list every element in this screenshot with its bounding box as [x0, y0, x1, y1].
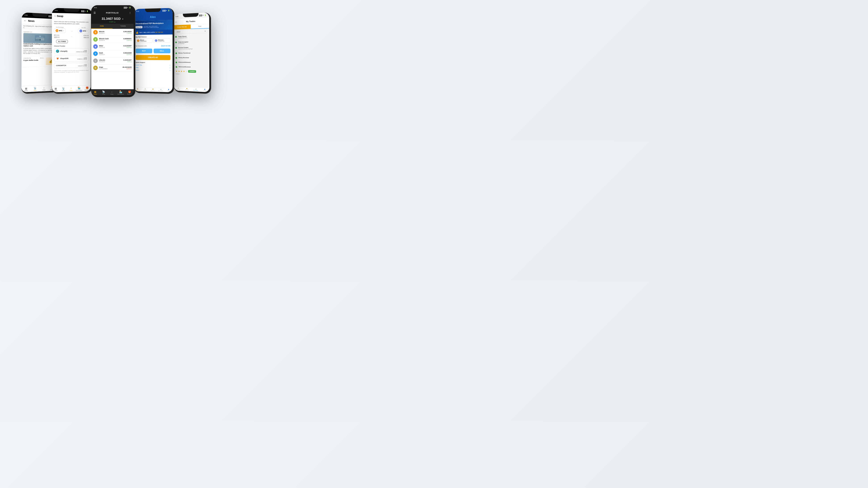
step-dot-4	[175, 53, 177, 54]
p2-nav-rewards[interactable]: 🎁 Rewards	[84, 87, 90, 91]
swap-back-btn[interactable]: ←	[54, 14, 57, 18]
p2-nav-news[interactable]: 📡 News	[61, 87, 66, 92]
phone2-wrapper: 9:41 ▐▐▐ ✦ 🔋 ← Swap Select coins you wis…	[52, 8, 93, 94]
news-back-btn[interactable]: ←	[24, 19, 27, 22]
nav-news-active[interactable]: 📡 News	[32, 87, 38, 91]
p2p-video[interactable]: Video >	[136, 69, 170, 72]
dash-icon: D	[93, 52, 98, 56]
coin-row-dash[interactable]: D Dash S$ 182.37 0.00416368 3.17% ▲	[91, 50, 134, 57]
p2p-balance-section: My PINT Balance B Bitcoin 0.00033959 E	[134, 35, 173, 44]
all-funds-button[interactable]: ALL FUNDS	[56, 40, 68, 43]
wallet-icon: ▦	[25, 87, 28, 90]
nav-swap[interactable]: ↕ Swap	[41, 86, 47, 91]
portfolio-menu-icon[interactable]: ☰	[94, 11, 96, 14]
p2-nav-marketplace[interactable]: 🏪 Marketplace	[76, 87, 83, 91]
litecoin-name: Litecoin	[99, 59, 123, 61]
phone2-notch	[64, 8, 80, 12]
p2-wallet-icon: ▦	[54, 87, 57, 90]
provider-coinswitch[interactable]: COINSWITCH Limits 0.00127 to 0.891	[54, 63, 89, 68]
provider-shapeshift[interactable]: 🦊 ShapeShift Limits 0.0002 to 1.98218	[54, 56, 89, 62]
litecoin-amount: 0.15151307	[123, 59, 132, 61]
bitcoin-name: Bitcoin	[99, 31, 123, 32]
p3-swap-icon: ↕	[110, 90, 113, 93]
phones-scene: 9:41 ▐▐▐ ✦ 🔋 ← News by a whopping 100...…	[12, 4, 238, 136]
phone3-notch	[105, 5, 120, 9]
coin-row-bcash[interactable]: ₿ Bitcoin Cash S$ 399.58 0.00089361 2.02…	[91, 36, 134, 43]
swap-from-top[interactable]: BTC 0.0	[54, 34, 59, 36]
changelly-logo: 🚀	[56, 50, 59, 53]
p5-nav-profile[interactable]: 👤 Profile	[200, 89, 209, 92]
p4-nav-myads[interactable]: 📋 My Ads	[141, 88, 149, 91]
p5-nav-mytrades[interactable]: 📊 My Trades	[191, 88, 200, 91]
swap-disclaimer: If you continue, you agree to use 3rd pa…	[52, 69, 91, 74]
p5-nav-buytool[interactable]: 💳 BuyTool	[183, 88, 191, 91]
swap-from-dropdown[interactable]: ₿ BTC ▾	[54, 29, 65, 33]
coin-row-doge[interactable]: D Doge S$ 0.00458823 46.24216438 -1.47% …	[91, 64, 134, 71]
bcash-price: S$ 399.58	[99, 40, 123, 41]
step-dot-6	[176, 62, 177, 63]
p3-nav-swap[interactable]: ↕ Swap	[109, 90, 115, 95]
swap-to-coin[interactable]: You Get Ξ ETH ▾	[78, 27, 89, 33]
portfolio-balance-change: 2.54% ▲	[91, 21, 134, 23]
p3-nav-marketplace[interactable]: 🏪 Marketplace	[117, 90, 124, 95]
phone3-inner: 9:41 ▐▐▐ ✦ 🔋 ☰ PORTFOLIO ⋮ 31.3407 SGD	[91, 5, 134, 95]
ether-price: S$ 224.94	[99, 47, 123, 48]
p4-nav-buytool[interactable]: 💳 BuyTool	[149, 88, 157, 91]
trade-dropdown[interactable]: 20310 ▾	[175, 29, 207, 34]
p5-nav-myads[interactable]: 📋 My Ads	[174, 88, 182, 90]
step-dot-3	[175, 47, 177, 49]
p2-marketplace-icon: 🏪	[78, 87, 81, 89]
p2-nav-wallet[interactable]: ▦ Wallet	[53, 87, 59, 92]
tab-coin[interactable]: COIN	[91, 24, 113, 29]
news-icon: 📡	[33, 87, 37, 89]
p4-nav-profile[interactable]: 👤 Profile	[164, 89, 173, 92]
dash-name: Dash	[99, 52, 123, 54]
doge-change: -1.47% ▼	[122, 68, 132, 69]
p3-nav-rewards[interactable]: 🎁 Rewards	[127, 90, 132, 95]
confirm-button[interactable]: Confirm	[188, 70, 196, 73]
p2p-create-ad-btn[interactable]: CREATE AD	[136, 55, 170, 60]
provider-changelly[interactable]: 🚀 changelly Limits 0.00121 to unlimited	[54, 48, 89, 54]
p5-myads-icon: 📋	[178, 88, 179, 89]
p3-nav-wallet[interactable]: ▦ Wallet	[93, 90, 98, 95]
p4-nav-mytrades[interactable]: 📊 My Trades	[157, 89, 164, 91]
tab-token[interactable]: TOKEN	[113, 24, 134, 29]
dash-amount: 0.00416368	[123, 52, 132, 54]
tab-past[interactable]: Past	[191, 24, 209, 29]
p2p-balance-title: My PINT Balance	[135, 36, 170, 38]
eth-icon: Ξ	[80, 30, 82, 32]
trade-steps: Trade Placed 0.08990454 ETH Trade Accept…	[173, 34, 209, 70]
step-dot-5	[176, 57, 177, 59]
portfolio-more-icon[interactable]: ⋮	[129, 11, 131, 14]
coinswitch-name: COINSWITCH	[56, 65, 66, 67]
swap-from-coin[interactable]: You Exchange ₿ BTC ▾	[54, 27, 65, 33]
portfolio-balance-amount: 31.3407 SGD ▾	[91, 17, 134, 21]
bcash-change: 2.02% ▲	[123, 40, 132, 41]
btc-icon: ₿	[56, 29, 58, 32]
dash-change: 3.17% ▲	[123, 54, 132, 55]
shapeshift-name: ShapeShift	[60, 58, 68, 59]
swap-from-bottom[interactable]: SGD 0.0	[54, 36, 59, 38]
p2-nav-swap-active[interactable]: ↕ Swap	[68, 87, 74, 91]
step2-sub: by lazydog2	[178, 43, 188, 44]
coin-row-ether[interactable]: ◆ Ether S$ 224.94 0.01333397 0.81% ▲	[91, 43, 134, 50]
coin-row-bitcoin[interactable]: ₿ Bitcoin S$ 6848.1 0.00119222 1.12% ▲	[91, 29, 134, 36]
step-dot-2	[175, 41, 177, 43]
p2p-action-buttons: BUY SELL	[134, 47, 173, 54]
tab-create-new-ad[interactable]: Create New Ad	[173, 25, 191, 30]
step3-sub: escrow funded by lazydog2	[178, 48, 192, 50]
p3-nav-news[interactable]: 📡 News	[101, 90, 106, 95]
doge-name: Doge	[99, 66, 122, 68]
p2p-btc-balance: B Bitcoin 0.00033959	[135, 38, 152, 43]
p3-rewards-icon: 🎁	[128, 90, 131, 93]
p2p-banner: Decentralised P2P Marketplace Pmt P2P IN…	[133, 20, 173, 30]
swap-to-dropdown[interactable]: Ξ ETH ▾	[78, 29, 89, 33]
coin-row-litecoin[interactable]: Ł Litecoin S$ 124.29 0.15151307 4.4% ▲	[91, 57, 134, 64]
p4-dashboard-icon: 🏠	[137, 88, 138, 89]
article1-title: Central banks looking to cryptocurrency …	[23, 43, 56, 47]
p2p-buy-btn[interactable]: BUY	[136, 48, 152, 53]
p2p-sell-btn[interactable]: SELL	[153, 48, 170, 53]
p4-buytool-icon: 💳	[152, 89, 153, 90]
nav-wallet[interactable]: ▦ Wallet	[23, 87, 29, 92]
phone4-p2p: 9:41 ▐▐▐ ✦ 🔋 Alex Decentralised P2P Mark…	[133, 8, 174, 94]
